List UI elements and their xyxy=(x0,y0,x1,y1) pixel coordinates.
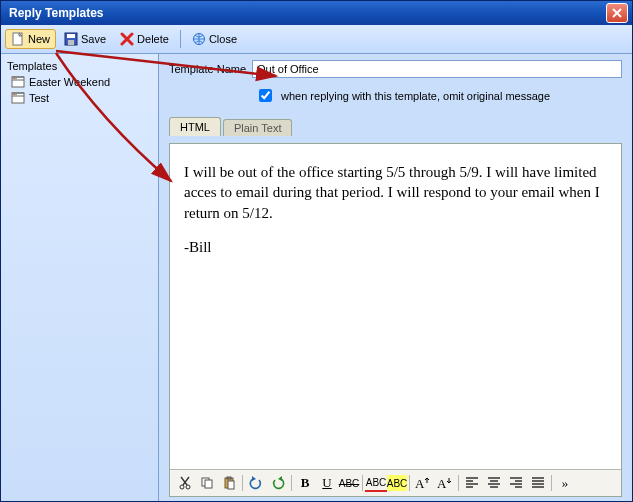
close-icon xyxy=(612,8,622,18)
font-increase-icon: A xyxy=(415,476,431,490)
bg-color-button[interactable]: ABC xyxy=(387,475,407,491)
align-center-button[interactable] xyxy=(483,473,505,493)
template-item-label: Test xyxy=(29,92,49,104)
save-disk-icon xyxy=(64,32,78,46)
align-right-icon xyxy=(509,476,523,490)
paste-button[interactable] xyxy=(218,473,240,493)
svg-rect-14 xyxy=(205,480,212,488)
svg-rect-2 xyxy=(67,34,75,38)
reply-templates-window: Reply Templates New xyxy=(0,0,633,502)
svg-rect-16 xyxy=(227,477,231,479)
cut-button[interactable] xyxy=(174,473,196,493)
font-color-button[interactable]: ABC xyxy=(365,474,387,492)
svg-rect-3 xyxy=(68,40,74,45)
template-item-icon xyxy=(11,91,25,105)
svg-point-10 xyxy=(15,94,17,96)
template-name-input[interactable] xyxy=(252,60,622,78)
omit-original-label: when replying with this template, omit o… xyxy=(281,90,550,102)
delete-x-icon xyxy=(120,32,134,46)
template-name-label: Template Name xyxy=(169,63,246,75)
svg-point-12 xyxy=(186,485,190,489)
editor-toolbar-divider xyxy=(458,475,459,491)
close-globe-icon xyxy=(192,32,206,46)
delete-button[interactable]: Delete xyxy=(114,29,175,49)
window-title: Reply Templates xyxy=(9,6,103,20)
toolbar-divider xyxy=(180,30,181,48)
svg-point-6 xyxy=(13,78,15,80)
svg-text:A: A xyxy=(415,476,425,490)
svg-point-11 xyxy=(180,485,184,489)
delete-button-label: Delete xyxy=(137,33,169,45)
editor-body-text: I will be out of the office starting 5/5… xyxy=(184,162,607,223)
font-decrease-icon: A xyxy=(437,476,453,490)
tab-plain-text[interactable]: Plain Text xyxy=(223,119,293,136)
close-button[interactable]: Close xyxy=(186,29,243,49)
save-button-label: Save xyxy=(81,33,106,45)
template-item-easter-weekend[interactable]: Easter Weekend xyxy=(7,74,152,90)
toolbar-more-button[interactable]: » xyxy=(554,473,576,493)
editor-toolbar-divider xyxy=(362,475,363,491)
align-left-icon xyxy=(465,476,479,490)
svg-point-9 xyxy=(13,94,15,96)
editor-tabs: HTML Plain Text xyxy=(169,117,622,136)
main-panel: Template Name when replying with this te… xyxy=(159,54,632,501)
strikethrough-button[interactable]: ABC xyxy=(338,473,360,493)
svg-rect-17 xyxy=(228,481,234,489)
align-justify-icon xyxy=(531,476,545,490)
body: Templates Easter Weekend xyxy=(1,54,632,501)
undo-icon xyxy=(249,476,263,490)
undo-button[interactable] xyxy=(245,473,267,493)
paste-icon xyxy=(222,476,236,490)
font-shrink-button[interactable]: A xyxy=(434,473,456,493)
editor-content[interactable]: I will be out of the office starting 5/5… xyxy=(170,144,621,469)
save-button[interactable]: Save xyxy=(58,29,112,49)
font-grow-button[interactable]: A xyxy=(412,473,434,493)
window-close-button[interactable] xyxy=(606,3,628,23)
editor-toolbar: B U ABC ABC ABC A A xyxy=(170,469,621,496)
template-item-test[interactable]: Test xyxy=(7,90,152,106)
editor-panel: I will be out of the office starting 5/5… xyxy=(169,143,622,497)
align-left-button[interactable] xyxy=(461,473,483,493)
tab-html[interactable]: HTML xyxy=(169,117,221,136)
underline-button[interactable]: U xyxy=(316,473,338,493)
scissors-icon xyxy=(178,476,192,490)
svg-text:A: A xyxy=(437,476,447,490)
align-center-icon xyxy=(487,476,501,490)
template-name-row: Template Name xyxy=(169,60,622,78)
editor-signature: -Bill xyxy=(184,237,607,257)
omit-row: when replying with this template, omit o… xyxy=(169,86,622,105)
templates-sidebar: Templates Easter Weekend xyxy=(1,54,159,501)
new-button-label: New xyxy=(28,33,50,45)
new-document-icon xyxy=(11,32,25,46)
toolbar: New Save Delete xyxy=(1,25,632,54)
align-right-button[interactable] xyxy=(505,473,527,493)
copy-icon xyxy=(200,476,214,490)
omit-original-checkbox[interactable] xyxy=(259,89,272,102)
sidebar-header: Templates xyxy=(7,58,152,74)
align-justify-button[interactable] xyxy=(527,473,549,493)
svg-point-7 xyxy=(15,78,17,80)
close-button-label: Close xyxy=(209,33,237,45)
editor-toolbar-divider xyxy=(242,475,243,491)
editor-toolbar-divider xyxy=(291,475,292,491)
copy-button[interactable] xyxy=(196,473,218,493)
new-button[interactable]: New xyxy=(5,29,56,49)
template-item-icon xyxy=(11,75,25,89)
bold-button[interactable]: B xyxy=(294,473,316,493)
editor-toolbar-divider xyxy=(409,475,410,491)
editor-toolbar-divider xyxy=(551,475,552,491)
redo-button[interactable] xyxy=(267,473,289,493)
titlebar: Reply Templates xyxy=(1,1,632,25)
redo-icon xyxy=(271,476,285,490)
template-item-label: Easter Weekend xyxy=(29,76,110,88)
